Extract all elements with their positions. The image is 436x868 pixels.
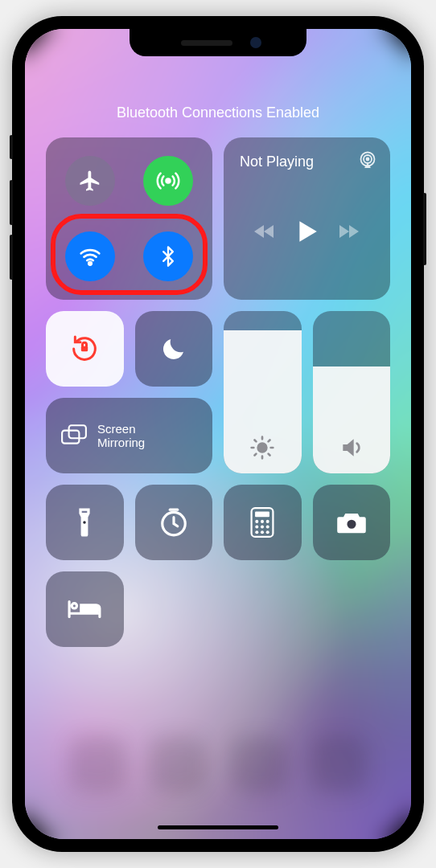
svg-point-0	[166, 179, 170, 183]
connectivity-module[interactable]	[46, 137, 212, 300]
bluetooth-icon	[157, 245, 179, 268]
media-prev-button[interactable]	[253, 222, 278, 241]
calculator-icon	[250, 507, 274, 538]
svg-rect-8	[69, 425, 86, 438]
svg-rect-24	[80, 605, 100, 612]
rotation-lock-toggle[interactable]	[46, 311, 124, 387]
svg-point-16	[256, 526, 259, 529]
timer-button[interactable]	[135, 485, 213, 560]
moon-icon	[159, 334, 188, 363]
svg-rect-7	[62, 431, 79, 444]
hardware-volume-up	[10, 180, 13, 225]
control-center: Bluetooth Connections Enabled	[25, 29, 411, 839]
svg-point-6	[258, 444, 267, 452]
airplay-icon[interactable]	[358, 150, 377, 170]
do-not-disturb-toggle[interactable]	[135, 311, 213, 387]
media-next-button[interactable]	[336, 222, 362, 241]
svg-point-21	[266, 530, 269, 534]
screen: Bluetooth Connections Enabled	[25, 29, 411, 839]
media-play-button[interactable]	[297, 219, 318, 244]
svg-point-13	[256, 520, 259, 523]
bedtime-button[interactable]	[46, 571, 124, 647]
screen-mirroring-label: Screen Mirroring	[97, 422, 145, 450]
wifi-toggle[interactable]	[65, 231, 115, 281]
svg-point-14	[261, 520, 264, 523]
cellular-antenna-icon	[156, 169, 180, 193]
camera-button[interactable]	[313, 485, 391, 560]
svg-point-20	[261, 530, 264, 534]
svg-point-4	[367, 158, 369, 161]
svg-point-19	[256, 530, 259, 534]
volume-slider[interactable]	[313, 311, 391, 473]
bluetooth-toggle[interactable]	[143, 231, 193, 281]
calculator-button[interactable]	[224, 485, 302, 560]
svg-point-15	[266, 520, 269, 523]
wifi-icon	[78, 244, 102, 268]
screen-mirroring-icon	[60, 424, 88, 448]
brightness-icon	[249, 435, 275, 461]
svg-rect-12	[255, 512, 269, 518]
camera-icon	[335, 510, 368, 535]
airplane-icon	[78, 169, 102, 193]
timer-icon	[158, 507, 189, 538]
svg-point-1	[89, 262, 93, 265]
home-indicator[interactable]	[158, 825, 278, 829]
flashlight-icon	[76, 506, 93, 538]
flashlight-button[interactable]	[46, 485, 124, 560]
hardware-power-button	[423, 193, 426, 265]
media-playback-module[interactable]: Not Playing	[224, 137, 390, 300]
cellular-data-toggle[interactable]	[143, 156, 193, 206]
status-banner: Bluetooth Connections Enabled	[46, 104, 390, 121]
hardware-silence-switch	[10, 135, 13, 159]
airplane-mode-toggle[interactable]	[65, 156, 115, 206]
volume-icon	[339, 435, 364, 461]
brightness-slider[interactable]	[224, 311, 302, 473]
notch	[130, 29, 306, 56]
svg-point-17	[261, 526, 264, 529]
svg-point-9	[83, 521, 86, 524]
phone-mockup-frame: Bluetooth Connections Enabled	[12, 16, 424, 852]
svg-point-18	[266, 526, 269, 529]
bed-icon	[68, 597, 101, 621]
screen-mirroring-button[interactable]: Screen Mirroring	[46, 398, 212, 473]
media-title: Not Playing	[240, 154, 314, 170]
hardware-volume-down	[10, 235, 13, 280]
rotation-lock-icon	[68, 333, 101, 365]
